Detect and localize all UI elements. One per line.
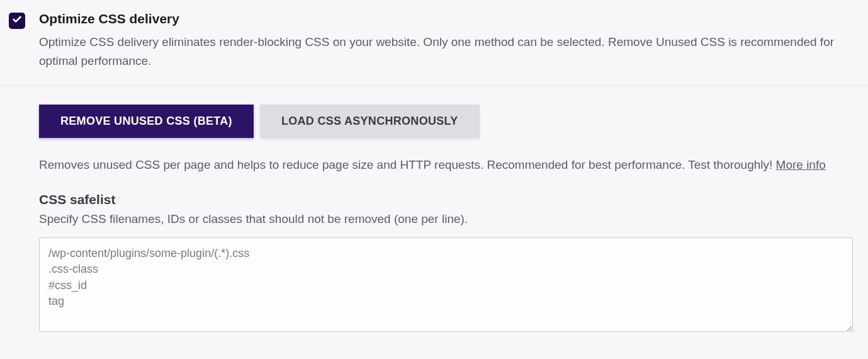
method-description-text: Removes unused CSS per page and helps to… <box>39 158 776 171</box>
option-description: Optimize CSS delivery eliminates render-… <box>39 33 859 71</box>
option-header: Optimize CSS delivery Optimize CSS deliv… <box>0 8 868 86</box>
option-content: REMOVE UNUSED CSS (BETA) LOAD CSS ASYNCH… <box>0 86 868 334</box>
css-safelist-textarea[interactable] <box>39 237 853 332</box>
checkmark-icon <box>12 14 22 27</box>
remove-unused-css-button[interactable]: REMOVE UNUSED CSS (BETA) <box>39 105 254 138</box>
header-text-block: Optimize CSS delivery Optimize CSS deliv… <box>39 11 859 71</box>
safelist-title: CSS safelist <box>39 192 853 207</box>
more-info-link[interactable]: More info <box>776 158 826 171</box>
load-css-async-button[interactable]: LOAD CSS ASYNCHRONOUSLY <box>260 105 480 138</box>
option-title: Optimize CSS delivery <box>39 11 859 26</box>
safelist-description: Specify CSS filenames, IDs or classes th… <box>39 212 853 226</box>
method-description: Removes unused CSS per page and helps to… <box>39 156 853 174</box>
method-tabs: REMOVE UNUSED CSS (BETA) LOAD CSS ASYNCH… <box>39 105 853 138</box>
optimize-css-checkbox[interactable] <box>9 13 25 29</box>
